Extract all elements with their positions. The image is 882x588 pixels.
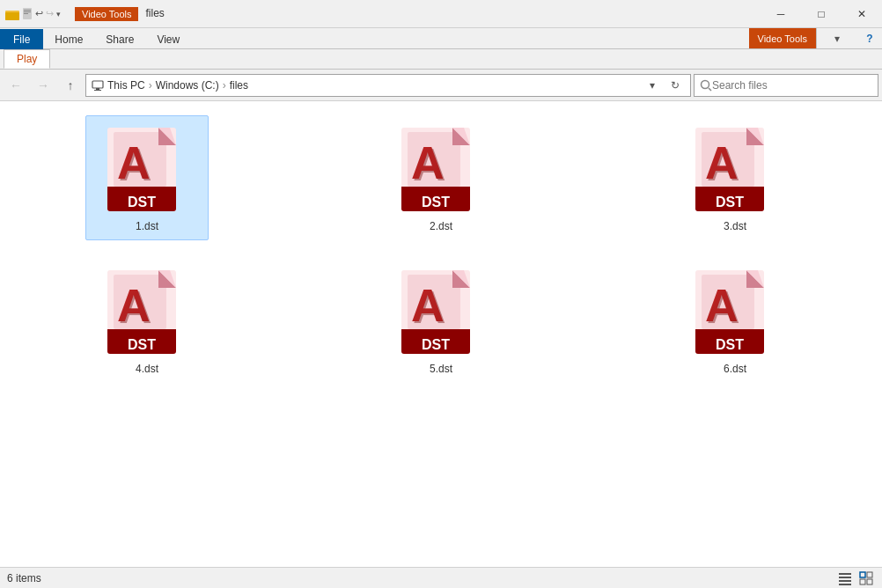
svg-text:A: A (411, 280, 445, 331)
breadcrumb-files: files (230, 79, 248, 92)
address-bar[interactable]: This PC › Windows (C:) › files ▾ ↻ (85, 74, 691, 97)
search-box[interactable] (694, 74, 878, 97)
tab-home[interactable]: Home (43, 29, 94, 49)
main-area: A A A DST (0, 101, 882, 567)
dst-file-icon-6: A A A DST (691, 266, 779, 363)
svg-rect-79 (867, 572, 872, 577)
file-item-4[interactable]: A A A DST 4.dst (85, 258, 209, 383)
details-view-btn[interactable] (836, 570, 854, 587)
dst-file-icon-2: A A A DST (397, 123, 485, 220)
window-controls: ─ □ ✕ (761, 0, 882, 28)
svg-rect-6 (24, 13, 28, 14)
svg-text:DST: DST (128, 195, 156, 209)
folder-icon (5, 8, 19, 20)
video-tools-tab: Video Tools (749, 28, 816, 48)
dst-file-icon-5: A A A DST (397, 266, 485, 363)
tab-view[interactable]: View (145, 29, 191, 49)
file-name-1: 1.dst (136, 220, 158, 232)
file-item-5[interactable]: A A A DST 5.dst (379, 258, 503, 383)
status-bar: 6 items (0, 567, 882, 588)
svg-text:A: A (117, 280, 151, 331)
help-btn[interactable]: ? (857, 28, 882, 49)
svg-text:DST: DST (128, 337, 156, 352)
file-name-2: 2.dst (430, 220, 452, 232)
dst-file-icon-4: A A A DST (103, 266, 191, 363)
title-bar-icons: ↩ ↪ ▾ (5, 8, 61, 20)
ribbon-expand-btn[interactable]: ▾ (817, 28, 857, 49)
svg-text:A: A (705, 280, 739, 331)
up-button[interactable]: ↑ (58, 73, 83, 98)
svg-text:A: A (411, 137, 445, 188)
svg-line-11 (709, 88, 711, 91)
close-button[interactable]: ✕ (842, 0, 882, 28)
svg-rect-5 (24, 11, 31, 12)
svg-rect-7 (92, 81, 103, 88)
svg-text:DST: DST (716, 195, 744, 209)
svg-rect-74 (839, 573, 851, 575)
maximize-button[interactable]: □ (801, 0, 842, 28)
svg-rect-8 (96, 88, 99, 90)
svg-rect-77 (839, 584, 851, 585)
address-dropdown-btn[interactable]: ▾ (643, 75, 662, 96)
items-count: 6 items (7, 572, 41, 584)
breadcrumb-sep1: › (149, 79, 152, 92)
dst-file-icon-1: A A A DST (103, 123, 191, 220)
ribbon-subtabs: Play (0, 49, 882, 69)
tab-file[interactable]: File (0, 29, 43, 49)
tab-share[interactable]: Share (94, 29, 145, 49)
svg-rect-1 (5, 12, 19, 20)
file-item-3[interactable]: A A A DST 3.dst (673, 115, 797, 240)
svg-point-10 (702, 80, 709, 88)
svg-text:A: A (117, 137, 151, 188)
file-name-3: 3.dst (724, 220, 746, 232)
title-context: Video Tools files (75, 7, 165, 21)
title-bar: ↩ ↪ ▾ Video Tools files ─ □ ✕ (0, 0, 882, 28)
ribbon-tabs: File Home Share View Video Tools ▾ ? (0, 28, 882, 49)
file-name-4: 4.dst (136, 363, 158, 375)
breadcrumb-sep2: › (223, 79, 226, 92)
dst-file-icon-3: A A A DST (691, 123, 779, 220)
svg-text:DST: DST (422, 337, 450, 352)
svg-rect-78 (860, 572, 865, 577)
svg-text:A: A (705, 137, 739, 188)
svg-text:DST: DST (716, 337, 744, 352)
file-name-5: 5.dst (430, 363, 452, 375)
svg-rect-2 (7, 11, 12, 12)
file-name-6: 6.dst (724, 363, 746, 375)
search-icon (700, 79, 712, 92)
folder-title: files (145, 7, 164, 21)
large-icons-view-btn[interactable] (857, 570, 875, 587)
search-input[interactable] (712, 79, 872, 92)
quick-access-icon (22, 8, 33, 20)
pc-icon (92, 79, 104, 92)
undo-btn[interactable]: ↩ (35, 8, 43, 19)
svg-rect-81 (867, 579, 872, 584)
redo-btn[interactable]: ↪ (46, 8, 54, 19)
svg-rect-75 (839, 577, 851, 578)
file-item-2[interactable]: A A A DST 2.dst (379, 115, 503, 240)
file-grid: A A A DST (18, 115, 864, 383)
title-bar-left: ↩ ↪ ▾ Video Tools files (5, 7, 165, 21)
address-refresh-btn[interactable]: ↻ (665, 75, 685, 96)
back-button[interactable]: ← (4, 73, 28, 98)
breadcrumb-windows[interactable]: Windows (C:) (156, 79, 219, 92)
ribbon: File Home Share View Video Tools ▾ ? Pla… (0, 28, 882, 70)
file-item-6[interactable]: A A A DST 6.dst (673, 258, 797, 383)
svg-rect-76 (839, 580, 851, 582)
minimize-button[interactable]: ─ (761, 0, 801, 28)
svg-rect-4 (24, 10, 31, 11)
svg-rect-9 (94, 90, 101, 91)
breadcrumb-thispc[interactable]: This PC (107, 79, 145, 92)
svg-rect-80 (860, 579, 865, 584)
file-content: A A A DST (0, 101, 882, 567)
svg-text:DST: DST (422, 195, 450, 209)
status-bar-right (836, 570, 875, 587)
play-tab[interactable]: Play (4, 49, 50, 69)
forward-button[interactable]: → (31, 73, 55, 98)
video-tools-label: Video Tools (75, 7, 138, 21)
customize-btn[interactable]: ▾ (56, 10, 61, 18)
file-item-1[interactable]: A A A DST (85, 115, 209, 240)
nav-bar: ← → ↑ This PC › Windows (C:) › files ▾ ↻ (0, 70, 882, 101)
